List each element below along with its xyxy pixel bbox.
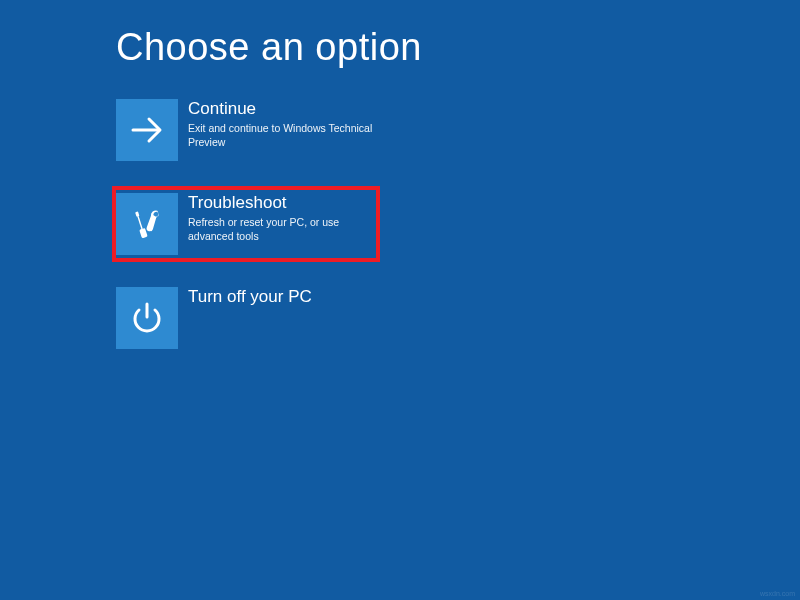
option-continue-desc: Exit and continue to Windows Technical P…: [188, 121, 376, 149]
watermark: wsxdn.com: [760, 590, 795, 597]
option-turnoff-text: Turn off your PC: [178, 287, 312, 309]
svg-point-4: [149, 231, 152, 234]
svg-rect-3: [139, 228, 147, 238]
option-turnoff[interactable]: Turn off your PC: [112, 280, 380, 356]
option-continue[interactable]: Continue Exit and continue to Windows Te…: [112, 92, 380, 168]
svg-rect-2: [137, 216, 142, 229]
option-continue-text: Continue Exit and continue to Windows Te…: [178, 99, 376, 149]
tools-icon: [116, 193, 178, 255]
power-icon: [116, 287, 178, 349]
svg-rect-1: [135, 211, 139, 217]
options-list: Continue Exit and continue to Windows Te…: [112, 92, 380, 374]
option-turnoff-title: Turn off your PC: [188, 287, 312, 307]
page-title: Choose an option: [116, 26, 422, 69]
option-troubleshoot[interactable]: Troubleshoot Refresh or reset your PC, o…: [112, 186, 380, 262]
arrow-right-icon: [116, 99, 178, 161]
option-troubleshoot-text: Troubleshoot Refresh or reset your PC, o…: [178, 193, 373, 243]
option-troubleshoot-desc: Refresh or reset your PC, or use advance…: [188, 215, 373, 243]
option-continue-title: Continue: [188, 99, 376, 119]
option-troubleshoot-title: Troubleshoot: [188, 193, 373, 213]
